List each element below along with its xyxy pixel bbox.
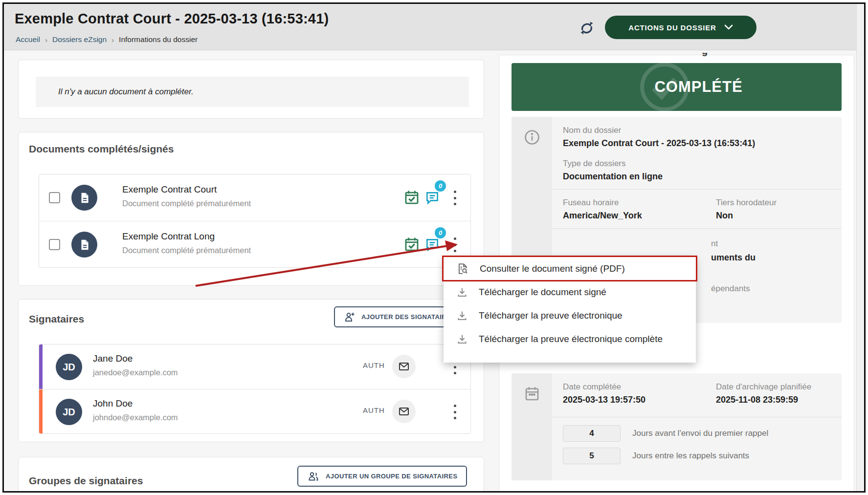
signer-row: JD John Doe johndoe@example.com AUTH [39, 389, 470, 433]
signers-list: JD Jane Doe janedoe@example.com AUTH JD … [39, 344, 471, 434]
signers-card: Signataires AJOUTER DES SIGNATAIRES JD J… [18, 299, 484, 442]
signer-name: Jane Doe [93, 353, 133, 364]
date-completed-value: 2025-03-13 19:57:50 [563, 395, 645, 405]
completed-documents-title: Documents complétés/signés [29, 143, 174, 155]
info-icon [523, 129, 541, 148]
menu-item-download-proof[interactable]: Télécharger la preuve électronique [444, 304, 696, 327]
signer-email: johndoe@example.com [93, 413, 178, 422]
signer-name: John Doe [93, 398, 133, 409]
calendar-check-icon[interactable] [403, 189, 420, 208]
hidden-label-fragment: nt [711, 239, 718, 249]
document-checkbox[interactable] [49, 192, 60, 203]
download-icon [456, 310, 468, 322]
document-title: Exemple Contrat Long [122, 231, 215, 242]
signer-color-stripe [39, 344, 43, 389]
next-reminder-days-field[interactable]: 5 [563, 448, 621, 464]
document-title: Exemple Contrat Court [122, 184, 217, 195]
timestamp-label: Tiers horodateur [716, 198, 777, 208]
download-icon [456, 333, 468, 345]
date-completed-label: Date complétée [563, 382, 621, 392]
email-icon[interactable] [392, 400, 416, 423]
calendar-check-icon[interactable] [403, 236, 420, 255]
first-reminder-label: Jours avant l'envoi du premier rappel [632, 425, 768, 442]
hidden-label-fragment: épendants [711, 284, 750, 294]
signer-email: janedoe@example.com [93, 368, 178, 377]
timezone-label: Fuseau horaire [563, 198, 619, 208]
next-reminder-label: Jours entre les rappels suivants [632, 448, 749, 464]
signer-more-actions-icon[interactable] [451, 405, 459, 419]
signer-groups-card: Groupes de signataires AJOUTER UN GROUPE… [18, 457, 484, 493]
documents-to-complete-card: Il n'y a aucun document à compléter. [18, 60, 484, 119]
avatar: JD [56, 354, 82, 380]
auth-label: AUTH [363, 361, 385, 369]
comments-icon[interactable] [424, 190, 441, 208]
chevron-down-icon [724, 24, 733, 30]
avatar: JD [56, 399, 82, 425]
breadcrumb-current: Informations du dossier [119, 35, 198, 44]
folder-dates-box: Date complétée 2025-03-13 19:57:50 Date … [512, 373, 842, 480]
person-add-icon [344, 311, 356, 323]
breadcrumb: Accueil › Dossiers eZsign › Informations… [16, 35, 198, 44]
menu-item-view-signed-pdf[interactable]: Consulter le document signé (PDF) [444, 257, 696, 280]
app-window: Exemple Contrat Court - 2025-03-13 (16:5… [2, 2, 866, 493]
document-row: Exemple Contrat Long Document complété p… [39, 221, 470, 267]
breadcrumb-separator: › [111, 36, 114, 44]
folder-name-label: Nom du dossier [563, 126, 621, 135]
document-search-icon [456, 262, 469, 275]
document-context-menu: Consulter le document signé (PDF) Téléch… [444, 257, 696, 363]
signer-groups-title: Groupes de signataires [29, 475, 143, 487]
breadcrumb-separator: › [45, 36, 47, 44]
completed-documents-list: Exemple Contrat Court Document complété … [39, 174, 471, 268]
refresh-icon[interactable] [577, 19, 597, 38]
actions-button-label: ACTIONS DU DOSSIER [628, 23, 716, 32]
folder-type-label: Type de dossiers [563, 159, 626, 169]
add-signers-label: AJOUTER DES SIGNATAIRES [361, 313, 455, 321]
page-title: Exemple Contrat Court - 2025-03-13 (16:5… [15, 11, 329, 27]
document-more-actions-icon[interactable] [451, 237, 459, 252]
folder-name-value: Exemple Contrat Court - 2025-03-13 (16:5… [563, 138, 755, 149]
partial-button[interactable] [812, 491, 851, 493]
add-signer-group-button[interactable]: AJOUTER UN GROUPE DE SIGNATAIRES [297, 466, 467, 487]
email-icon[interactable] [392, 355, 416, 378]
breadcrumb-accueil[interactable]: Accueil [16, 35, 40, 44]
comments-icon[interactable] [424, 237, 441, 255]
hidden-value-fragment: uments du [711, 253, 756, 263]
document-checkbox[interactable] [49, 239, 60, 250]
status-banner: COMPLÉTÉ [512, 63, 842, 111]
actions-du-dossier-button[interactable]: ACTIONS DU DOSSIER [605, 16, 757, 39]
menu-item-label: Télécharger la preuve électronique [479, 310, 623, 321]
partial-button[interactable] [683, 491, 802, 493]
timestamp-value: Non [716, 211, 733, 221]
document-subtitle: Document complété prématurément [122, 199, 251, 208]
menu-item-download-full-proof[interactable]: Télécharger la preuve électronique compl… [444, 327, 696, 351]
timezone-value: America/New_York [563, 211, 642, 221]
document-icon [71, 185, 97, 211]
signer-color-stripe [39, 389, 43, 433]
document-row: Exemple Contrat Court Document complété … [39, 174, 470, 221]
archive-date-value: 2025-11-08 23:59:59 [716, 395, 798, 405]
menu-item-download-signed[interactable]: Télécharger le document signé [444, 280, 696, 304]
add-signer-group-label: AJOUTER UN GROUPE DE SIGNATAIRES [326, 473, 457, 480]
screenshot-root: Exemple Contrat Court - 2025-03-13 (16:5… [0, 0, 868, 495]
document-subtitle: Document complété prématurément [122, 246, 251, 255]
document-icon [71, 232, 97, 258]
completed-documents-card: Documents complétés/signés Exemple Contr… [18, 132, 484, 286]
clipped-heading-fragment: g [702, 53, 712, 58]
folder-type-value: Documentation en ligne [563, 172, 663, 182]
menu-item-label: Télécharger le document signé [479, 287, 606, 298]
vertical-scrollbar[interactable] [856, 4, 864, 491]
empty-documents-text: Il n'y a aucun document à compléter. [36, 87, 194, 97]
signer-row: JD Jane Doe janedoe@example.com AUTH [39, 344, 470, 389]
first-reminder-days-field[interactable]: 4 [563, 425, 621, 442]
empty-documents-notice: Il n'y a aucun document à compléter. [36, 77, 469, 107]
calendar-icon [523, 385, 541, 405]
comment-count-badge: 0 [435, 180, 446, 192]
auth-label: AUTH [363, 406, 385, 414]
menu-item-label: Télécharger la preuve électronique compl… [479, 334, 663, 344]
divider [552, 417, 842, 417]
breadcrumb-dossiers-ezsign[interactable]: Dossiers eZsign [52, 35, 107, 44]
status-banner-label: COMPLÉTÉ [512, 63, 842, 111]
document-more-actions-icon[interactable] [451, 191, 459, 205]
divider [552, 228, 842, 229]
signers-title: Signataires [29, 313, 84, 325]
